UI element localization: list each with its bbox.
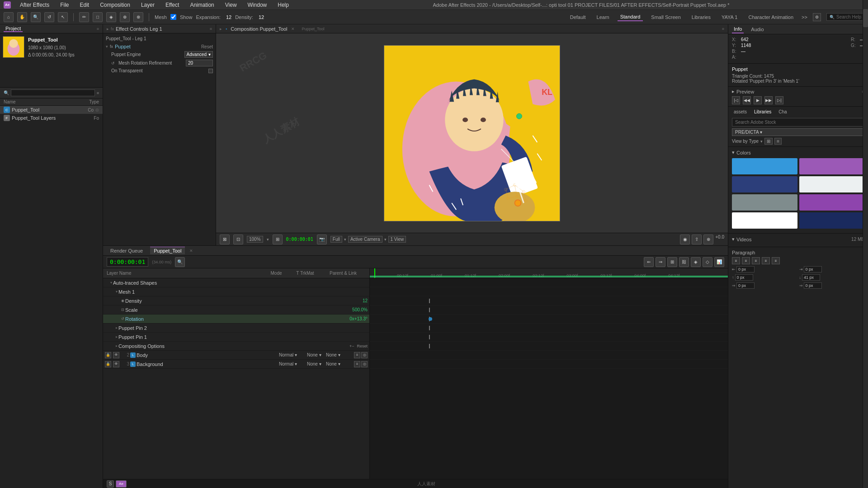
- body-vis[interactable]: 👁: [113, 352, 119, 358]
- justify-all-btn[interactable]: ≡: [772, 257, 780, 264]
- share-btn[interactable]: ⇧: [692, 235, 702, 244]
- bg-extra2[interactable]: ◎: [361, 361, 368, 367]
- space-before-input[interactable]: [735, 274, 753, 281]
- color-swatch-light-grey[interactable]: [799, 176, 865, 192]
- brush-tool[interactable]: ◈: [106, 12, 116, 22]
- more-btn[interactable]: ⊕: [703, 235, 713, 244]
- workspace-yaya[interactable]: YAYA 1: [719, 14, 740, 21]
- link-btn[interactable]: ⛓: [679, 257, 689, 267]
- file-item-puppet-tool[interactable]: C Puppet_Tool Co ◎: [0, 106, 103, 114]
- menu-edit[interactable]: Edit: [78, 1, 91, 9]
- body-extra[interactable]: ≡: [354, 352, 360, 358]
- first-line-input[interactable]: [736, 282, 755, 289]
- mesh-rotation-value[interactable]: 20: [186, 60, 213, 66]
- menu-animation[interactable]: Animation: [188, 1, 216, 9]
- expansion-value[interactable]: 12: [226, 14, 231, 20]
- prev-frame-btn[interactable]: |◁: [732, 96, 740, 104]
- align-right-btn[interactable]: ≡: [752, 257, 760, 264]
- menu-file[interactable]: File: [58, 1, 71, 9]
- zoom-display[interactable]: 100%: [247, 236, 263, 243]
- align-left-btn[interactable]: ≡: [732, 257, 740, 264]
- layer-rotation[interactable]: ↺ Rotation 0x+13.3°: [103, 314, 369, 324]
- file-item-puppet-layers[interactable]: F Puppet_Tool Layers Fo: [0, 114, 103, 122]
- hand-tool[interactable]: ✋: [17, 12, 27, 22]
- workspace-standard[interactable]: Standard: [618, 13, 643, 21]
- bg-mode[interactable]: Normal ▾: [279, 361, 306, 366]
- next-frame-btn[interactable]: ▷|: [775, 96, 783, 104]
- timeline-search-btn[interactable]: 🔍: [175, 257, 185, 267]
- scrollbar-thumb[interactable]: [863, 9, 868, 27]
- on-transparent-checkbox[interactable]: [208, 69, 213, 73]
- body-extra2[interactable]: ◎: [361, 352, 368, 358]
- comp-camera-btn[interactable]: 📷: [317, 235, 327, 244]
- layer-density[interactable]: ◉ Density 12: [103, 296, 369, 305]
- timeline-scrollbar[interactable]: [863, 0, 868, 488]
- mesh-checkbox[interactable]: [170, 14, 176, 20]
- body-trkmatt[interactable]: None ▾: [307, 352, 325, 357]
- rewind-btn[interactable]: ◀◀: [743, 96, 751, 104]
- comp-options-reset[interactable]: Reset: [357, 344, 368, 348]
- bg-vis[interactable]: 👁: [113, 361, 119, 367]
- extra-input[interactable]: [804, 282, 822, 289]
- layer-scale[interactable]: ⊡ Scale 500.0%: [103, 305, 369, 314]
- full-view-btn[interactable]: Full: [330, 236, 342, 243]
- grid-view-btn[interactable]: ⊞: [764, 138, 773, 145]
- play-btn[interactable]: ▶: [754, 96, 762, 104]
- layer-compositing[interactable]: ▸ Compositing Options +− Reset: [103, 342, 369, 351]
- color-swatch-navy[interactable]: [799, 212, 865, 229]
- puppet-tool[interactable]: ⊕: [120, 12, 130, 22]
- body-lock[interactable]: 🔒: [105, 352, 111, 358]
- menu-effect[interactable]: Effect: [164, 1, 181, 9]
- puppet-engine-dropdown[interactable]: Advanced ▾: [184, 51, 213, 58]
- render-queue-tab[interactable]: Render Queue: [107, 247, 146, 254]
- home-btn[interactable]: ⌂: [4, 12, 14, 22]
- workspace-default[interactable]: Default: [567, 14, 589, 21]
- workspace-character[interactable]: Character Animation: [745, 14, 796, 21]
- render-btn[interactable]: ◉: [680, 235, 690, 244]
- expand-btn[interactable]: ⊞: [667, 257, 677, 267]
- layer-background[interactable]: 🔒 👁 3 L Background Normal ▾ None ▾ None …: [103, 360, 369, 369]
- workspace-more[interactable]: >>: [802, 14, 807, 20]
- comp-tab-close[interactable]: ✕: [189, 249, 193, 253]
- rect-tool[interactable]: □: [93, 12, 103, 22]
- select-tool[interactable]: ↖: [58, 12, 68, 22]
- move-layers-btn[interactable]: ⇐: [644, 257, 654, 267]
- views-btn[interactable]: 1 View: [388, 236, 406, 243]
- color-swatch-purple[interactable]: [799, 158, 865, 174]
- project-search-input[interactable]: [11, 89, 95, 96]
- menu-help[interactable]: Help: [276, 1, 291, 9]
- indent-left-input[interactable]: [736, 266, 755, 272]
- forward-btn[interactable]: ▶▶: [764, 96, 773, 104]
- move2-btn[interactable]: ⇒: [656, 257, 665, 267]
- indent-right-input[interactable]: [804, 266, 822, 272]
- active-camera-btn[interactable]: Active Camera: [348, 236, 382, 243]
- bg-lock[interactable]: 🔒: [105, 361, 111, 367]
- menu-layer[interactable]: Layer: [139, 1, 156, 9]
- markers-btn[interactable]: ◇: [703, 257, 712, 267]
- menu-after-effects[interactable]: After Effects: [18, 1, 51, 9]
- libraries-tab[interactable]: Libraries: [752, 108, 773, 115]
- layer-auto-traced[interactable]: ▾ Auto-traced Shapes: [103, 278, 369, 287]
- settings-icon[interactable]: ⚙: [813, 13, 821, 21]
- comp-options-add[interactable]: +−: [349, 344, 354, 348]
- keyframe-rotation[interactable]: [429, 317, 432, 321]
- layer-mesh1[interactable]: ▾ Mesh 1: [103, 287, 369, 296]
- zoom-tool[interactable]: 🔍: [31, 12, 41, 22]
- menu-window[interactable]: Window: [246, 1, 269, 9]
- align-center-btn[interactable]: ≡: [742, 257, 750, 264]
- justify-btn[interactable]: ≡: [762, 257, 770, 264]
- bg-extra[interactable]: ≡: [354, 361, 360, 367]
- density-value[interactable]: 12: [259, 14, 264, 20]
- color-swatch-blue[interactable]: [732, 158, 797, 174]
- puppet-tool-tab[interactable]: Puppet_Tool: [150, 247, 185, 254]
- workspace-libraries[interactable]: Libraries: [689, 14, 713, 21]
- body-mode[interactable]: Normal ▾: [279, 352, 306, 357]
- character-tab[interactable]: Cha: [777, 108, 788, 115]
- color-swatch-dark-blue[interactable]: [732, 176, 797, 192]
- search-bar[interactable]: 🔍 Search Help: [826, 13, 864, 21]
- color-swatch-dark-purple[interactable]: [799, 194, 865, 211]
- menu-view[interactable]: View: [223, 1, 239, 9]
- audio-tab[interactable]: Audio: [749, 26, 765, 33]
- layer-puppet-pin2[interactable]: ▸ Puppet Pin 2: [103, 324, 369, 333]
- comp-playback-btn[interactable]: ⊠: [220, 235, 230, 244]
